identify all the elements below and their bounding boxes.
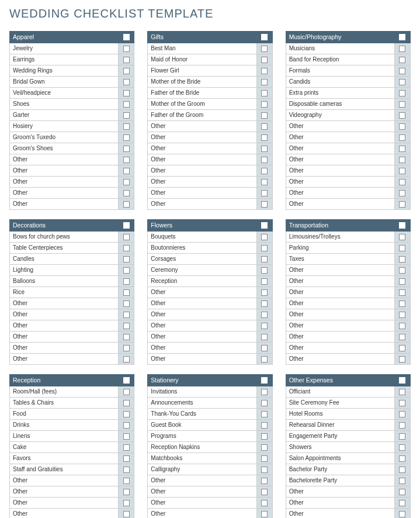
checkbox[interactable] <box>261 179 268 185</box>
checkbox[interactable] <box>399 278 405 285</box>
checkbox[interactable] <box>261 267 268 274</box>
checkbox[interactable] <box>123 289 130 296</box>
checkbox[interactable] <box>123 312 130 318</box>
checkbox[interactable] <box>261 411 268 417</box>
checkbox[interactable] <box>399 222 405 229</box>
checkbox[interactable] <box>261 433 268 440</box>
checkbox[interactable] <box>261 79 268 85</box>
checkbox[interactable] <box>261 234 268 240</box>
checkbox[interactable] <box>123 68 130 74</box>
checkbox[interactable] <box>261 34 268 40</box>
checkbox[interactable] <box>399 467 405 473</box>
checkbox[interactable] <box>123 411 130 417</box>
checkbox[interactable] <box>123 34 130 40</box>
checkbox[interactable] <box>123 400 130 406</box>
checkbox[interactable] <box>261 312 268 318</box>
checkbox[interactable] <box>399 57 405 63</box>
checkbox[interactable] <box>123 157 130 163</box>
checkbox[interactable] <box>261 157 268 163</box>
checkbox[interactable] <box>399 455 405 462</box>
checkbox[interactable] <box>123 345 130 351</box>
checkbox[interactable] <box>399 34 405 40</box>
checkbox[interactable] <box>261 101 268 108</box>
checkbox[interactable] <box>399 46 405 52</box>
checkbox[interactable] <box>399 511 405 517</box>
checkbox[interactable] <box>399 312 405 318</box>
checkbox[interactable] <box>399 400 405 406</box>
checkbox[interactable] <box>123 234 130 240</box>
checkbox[interactable] <box>123 179 130 185</box>
checkbox[interactable] <box>123 511 130 517</box>
checkbox[interactable] <box>261 377 268 384</box>
checkbox[interactable] <box>123 389 130 395</box>
checkbox[interactable] <box>123 377 130 384</box>
checkbox[interactable] <box>123 301 130 307</box>
checkbox[interactable] <box>399 179 405 185</box>
checkbox[interactable] <box>123 79 130 85</box>
checkbox[interactable] <box>261 356 268 362</box>
checkbox[interactable] <box>399 101 405 108</box>
checkbox[interactable] <box>399 323 405 329</box>
checkbox[interactable] <box>261 301 268 307</box>
checkbox[interactable] <box>261 68 268 74</box>
checkbox[interactable] <box>123 256 130 263</box>
checkbox[interactable] <box>123 478 130 484</box>
checkbox[interactable] <box>399 79 405 85</box>
checkbox[interactable] <box>123 334 130 340</box>
checkbox[interactable] <box>123 46 130 52</box>
checkbox[interactable] <box>261 334 268 340</box>
checkbox[interactable] <box>399 500 405 506</box>
checkbox[interactable] <box>261 46 268 52</box>
checkbox[interactable] <box>399 146 405 152</box>
checkbox[interactable] <box>261 511 268 517</box>
checkbox[interactable] <box>399 356 405 362</box>
checkbox[interactable] <box>123 422 130 429</box>
checkbox[interactable] <box>123 57 130 63</box>
checkbox[interactable] <box>123 112 130 119</box>
checkbox[interactable] <box>123 123 130 130</box>
checkbox[interactable] <box>261 500 268 506</box>
checkbox[interactable] <box>261 455 268 462</box>
checkbox[interactable] <box>399 289 405 296</box>
checkbox[interactable] <box>123 245 130 251</box>
checkbox[interactable] <box>261 345 268 351</box>
checkbox[interactable] <box>261 201 268 208</box>
checkbox[interactable] <box>399 301 405 307</box>
checkbox[interactable] <box>399 478 405 484</box>
checkbox[interactable] <box>123 323 130 329</box>
checkbox[interactable] <box>123 489 130 495</box>
checkbox[interactable] <box>261 323 268 329</box>
checkbox[interactable] <box>399 389 405 395</box>
checkbox[interactable] <box>123 444 130 451</box>
checkbox[interactable] <box>399 433 405 440</box>
checkbox[interactable] <box>261 112 268 119</box>
checkbox[interactable] <box>123 278 130 285</box>
checkbox[interactable] <box>399 422 405 429</box>
checkbox[interactable] <box>261 278 268 285</box>
checkbox[interactable] <box>123 190 130 196</box>
checkbox[interactable] <box>123 356 130 362</box>
checkbox[interactable] <box>399 168 405 174</box>
checkbox[interactable] <box>399 190 405 196</box>
checkbox[interactable] <box>123 134 130 141</box>
checkbox[interactable] <box>261 478 268 484</box>
checkbox[interactable] <box>123 500 130 506</box>
checkbox[interactable] <box>399 489 405 495</box>
checkbox[interactable] <box>261 90 268 96</box>
checkbox[interactable] <box>261 245 268 251</box>
checkbox[interactable] <box>399 68 405 74</box>
checkbox[interactable] <box>399 256 405 263</box>
checkbox[interactable] <box>123 267 130 274</box>
checkbox[interactable] <box>261 134 268 141</box>
checkbox[interactable] <box>123 101 130 108</box>
checkbox[interactable] <box>399 112 405 119</box>
checkbox[interactable] <box>123 90 130 96</box>
checkbox[interactable] <box>261 489 268 495</box>
checkbox[interactable] <box>261 444 268 451</box>
checkbox[interactable] <box>399 444 405 451</box>
checkbox[interactable] <box>261 123 268 130</box>
checkbox[interactable] <box>123 222 130 229</box>
checkbox[interactable] <box>261 222 268 229</box>
checkbox[interactable] <box>261 57 268 63</box>
checkbox[interactable] <box>399 411 405 417</box>
